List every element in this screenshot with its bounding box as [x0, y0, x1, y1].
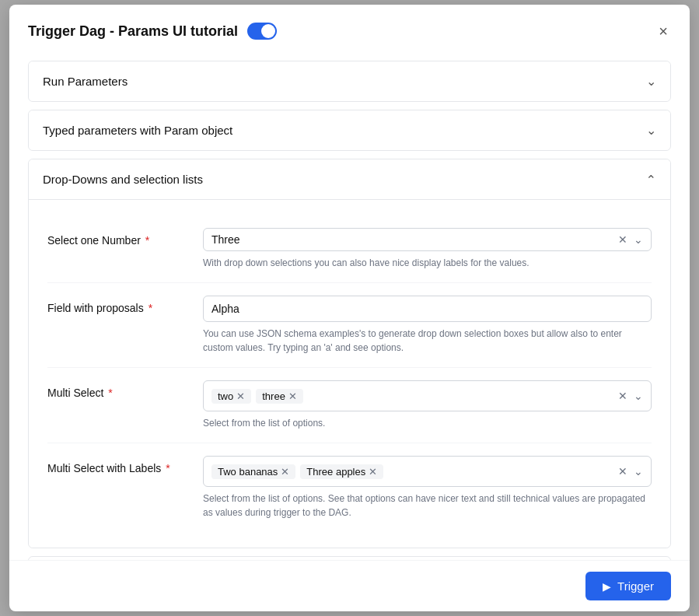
modal-body: Run Parameters ⌄ Typed parameters with P…: [9, 54, 690, 560]
required-star-multi: *: [108, 387, 112, 399]
hint-multi-select: Select from the list of options.: [203, 416, 652, 430]
tag-three-apples-label: Three apples: [306, 466, 365, 478]
section-run-parameters: Run Parameters ⌄: [28, 61, 671, 102]
field-proposals: You can use JSON schema examples's to ge…: [203, 296, 652, 355]
toggle-switch[interactable]: [247, 23, 277, 40]
tag-three-remove-button[interactable]: ✕: [288, 391, 297, 401]
tag-two-bananas: Two bananas ✕: [211, 464, 295, 479]
tag-three-apples-remove-button[interactable]: ✕: [369, 467, 377, 477]
chevron-down-icon-typed: ⌄: [646, 123, 656, 138]
modal: Trigger Dag - Params UI tutorial × Run P…: [9, 5, 690, 611]
select-number-wrapper[interactable]: Three ✕ ⌄: [203, 228, 652, 251]
label-multi-select-labels: Multi Select with Labels *: [47, 456, 203, 474]
required-star-number: *: [145, 234, 149, 247]
accordion-header-typed-parameters[interactable]: Typed parameters with Param object ⌄: [29, 110, 670, 150]
multi-select-labels-chevron-button[interactable]: ⌄: [634, 466, 643, 477]
title-text: Trigger Dag - Params UI tutorial: [28, 23, 238, 40]
section-label-dropdowns: Drop-Downs and selection lists: [43, 173, 203, 186]
form-row-proposals: Field with proposals * You can use JSON …: [47, 283, 652, 368]
required-star-multi-labels: *: [166, 462, 170, 474]
form-row-multi-select-labels: Multi Select with Labels * Two bananas ✕…: [47, 443, 652, 532]
play-icon: ▶: [603, 580, 611, 593]
hint-proposals: You can use JSON schema examples's to ge…: [203, 327, 652, 355]
tag-two: two ✕: [211, 389, 251, 404]
label-multi-select: Multi Select *: [47, 380, 203, 399]
required-star-proposals: *: [149, 302, 152, 314]
form-row-multi-select: Multi Select * two ✕ three ✕: [47, 368, 652, 443]
select-number-chevron-button[interactable]: ⌄: [634, 234, 643, 245]
chevron-down-icon: ⌄: [646, 74, 656, 89]
close-button[interactable]: ×: [655, 20, 671, 42]
select-number-value: Three: [211, 233, 612, 246]
label-proposals: Field with proposals *: [47, 296, 203, 314]
section-dropdowns: Drop-Downs and selection lists ⌄ Select …: [28, 159, 671, 548]
field-select-number: Three ✕ ⌄ With drop down selections you …: [203, 228, 652, 270]
trigger-button[interactable]: ▶ Trigger: [585, 572, 671, 600]
multi-select-clear-button[interactable]: ✕: [615, 390, 631, 401]
tag-three-apples: Three apples ✕: [300, 464, 383, 479]
tag-three: three ✕: [256, 389, 303, 404]
hint-multi-select-labels: Select from the list of options. See tha…: [203, 492, 652, 520]
multi-select-labels-clear-button[interactable]: ✕: [615, 466, 631, 477]
tag-two-label: two: [218, 390, 233, 402]
tag-two-remove-button[interactable]: ✕: [236, 391, 245, 401]
chevron-up-icon-dropdowns: ⌄: [646, 172, 656, 187]
field-multi-select: two ✕ three ✕ ✕ ⌄: [203, 380, 652, 430]
accordion-header-run-parameters[interactable]: Run Parameters ⌄: [29, 61, 670, 101]
section-label-run-parameters: Run Parameters: [43, 75, 128, 88]
trigger-label: Trigger: [617, 579, 654, 593]
modal-footer: ▶ Trigger: [9, 560, 690, 611]
tag-three-label: three: [262, 390, 285, 402]
section-typed-parameters: Typed parameters with Param object ⌄: [28, 110, 671, 151]
multi-select-chevron-button[interactable]: ⌄: [634, 390, 643, 401]
field-multi-select-labels: Two bananas ✕ Three apples ✕ ✕ ⌄: [203, 456, 652, 520]
modal-title: Trigger Dag - Params UI tutorial: [28, 23, 277, 40]
hint-select-number: With drop down selections you can also h…: [203, 256, 652, 270]
modal-overlay: Trigger Dag - Params UI tutorial × Run P…: [0, 0, 699, 616]
tag-two-bananas-remove-button[interactable]: ✕: [281, 467, 289, 477]
proposals-input[interactable]: [203, 296, 652, 322]
multi-select-wrapper[interactable]: two ✕ three ✕ ✕ ⌄: [203, 380, 652, 411]
form-row-select-number: Select one Number * Three ✕ ⌄ With drop …: [47, 215, 652, 283]
accordion-body-dropdowns: Select one Number * Three ✕ ⌄ With drop …: [29, 200, 670, 548]
accordion-header-dropdowns[interactable]: Drop-Downs and selection lists ⌄: [29, 159, 670, 200]
tag-two-bananas-label: Two bananas: [218, 466, 278, 478]
multi-select-labels-controls: ✕ ⌄: [615, 466, 643, 477]
multi-select-controls: ✕ ⌄: [615, 390, 643, 401]
select-number-clear-button[interactable]: ✕: [615, 234, 631, 245]
multi-select-labels-wrapper[interactable]: Two bananas ✕ Three apples ✕ ✕ ⌄: [203, 456, 652, 487]
modal-header: Trigger Dag - Params UI tutorial ×: [9, 5, 690, 54]
label-select-number: Select one Number *: [47, 228, 203, 247]
section-label-typed-parameters: Typed parameters with Param object: [43, 124, 232, 137]
